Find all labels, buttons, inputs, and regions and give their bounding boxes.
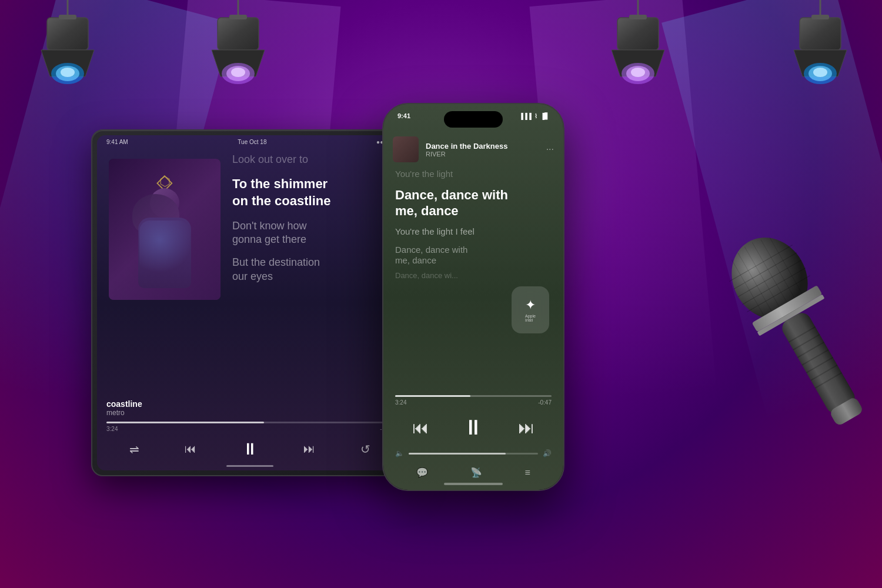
iphone-time-total: -0:47 [538, 399, 552, 406]
iphone-previous-button[interactable]: ⏮ [412, 418, 429, 437]
spotlight-fixture-4 [782, 0, 858, 102]
ipad-lyric-active: To the shimmeron the coastline [232, 176, 397, 209]
svg-rect-1 [47, 18, 88, 50]
repeat-button[interactable]: ↺ [360, 442, 370, 456]
iphone-song-title: Dance in the Darkness [426, 142, 539, 151]
volume-high-icon: 🔊 [543, 449, 552, 457]
svg-rect-42 [779, 309, 858, 416]
iphone-controls: ⏮ ⏸ ⏭ [395, 415, 552, 440]
ipad-date: Tue Oct 18 [238, 139, 266, 145]
iphone-lyric-5: Dance, dance wi... [395, 271, 552, 280]
svg-rect-22 [800, 18, 841, 50]
iphone-frame: 9:41 ▐▐▐ ⌇ ▐▋ Dance in the Darkness RIVE… [382, 103, 564, 491]
ipad-lyric-4: But the destinationour eyes [232, 256, 397, 283]
shuffle-button[interactable]: ⇌ [129, 442, 139, 456]
svg-point-26 [813, 68, 827, 77]
ai-label: AppleIntel [525, 314, 536, 322]
queue-button[interactable]: ≡ [525, 467, 530, 478]
iphone-progress-bar[interactable] [395, 395, 552, 397]
ipad-screen: 9:41 AM Tue Oct 18 ●●● ▶ ◇ ⬡ [97, 135, 403, 470]
svg-point-5 [61, 68, 75, 77]
iphone-lyric-active: Dance, dance withme, dance [395, 187, 552, 219]
iphone-volume-row: 🔈 🔊 [395, 449, 552, 457]
svg-rect-15 [617, 18, 659, 50]
svg-point-19 [631, 68, 645, 77]
iphone-play-pause-button[interactable]: ⏸ [463, 415, 484, 440]
iphone-more-button[interactable]: ··· [546, 144, 554, 155]
dynamic-island [444, 111, 503, 128]
svg-rect-6 [59, 15, 76, 19]
iphone-song-artist: RIVER [426, 151, 539, 158]
wifi-icon: ⌇ [534, 113, 537, 119]
ai-sparkle-icon: ✦ [525, 298, 536, 313]
svg-rect-20 [629, 15, 647, 19]
ipad-frame: 9:41 AM Tue Oct 18 ●●● ▶ ◇ ⬡ [91, 129, 409, 476]
spotlight-fixture-3 [600, 0, 676, 102]
battery-icon: ▐▋ [540, 113, 549, 119]
volume-low-icon: 🔈 [395, 449, 404, 457]
lyrics-button[interactable]: 💬 [416, 467, 428, 478]
iphone-player-section: 3:24 -0:47 ⏮ ⏸ ⏭ 🔈 🔊 💬 📡 [395, 395, 552, 478]
album-symbol-inner: ⬡ [159, 174, 171, 189]
ipad-controls: ⇌ ⏮ ⏸ ⏭ ↺ [106, 439, 393, 459]
spotlight-fixture-1 [29, 0, 106, 102]
ipad-progress-fill [106, 422, 264, 423]
ipad-container: 9:41 AM Tue Oct 18 ●●● ▶ ◇ ⬡ [91, 129, 409, 476]
airplay-button[interactable]: 📡 [470, 467, 482, 478]
signal-icon: ▐▐▐ [519, 113, 532, 119]
iphone-time-current: 3:24 [395, 399, 406, 406]
status-icons: ▐▐▐ ⌇ ▐▋ [519, 112, 549, 119]
svg-rect-27 [811, 15, 829, 19]
iphone-lyric-1: You're the light [395, 169, 552, 180]
ipad-time: 9:41 AM [106, 139, 128, 145]
ipad-home-indicator [226, 465, 273, 467]
microphone [706, 214, 882, 446]
iphone-time: 9:41 [397, 112, 410, 119]
iphone-lyric-4: Dance, dance withme, dance [395, 245, 552, 267]
iphone-container: 9:41 ▐▐▐ ⌇ ▐▋ Dance in the Darkness RIVE… [382, 103, 564, 491]
iphone-lyric-3: You're the light I feel [395, 226, 552, 238]
previous-button[interactable]: ⏮ [185, 442, 196, 456]
iphone-next-button[interactable]: ⏭ [518, 418, 534, 437]
ipad-song-title: coastline [106, 399, 142, 409]
iphone-home-indicator [444, 483, 503, 485]
play-pause-button[interactable]: ⏸ [242, 439, 258, 459]
ipad-song-artist: metro [106, 409, 142, 417]
iphone-bottom-controls: 💬 📡 ≡ [395, 467, 552, 478]
ipad-lyrics: Look out over to To the shimmeron the co… [232, 153, 397, 376]
volume-slider[interactable] [409, 453, 538, 455]
svg-rect-8 [218, 18, 259, 50]
spotlight-fixture-2 [200, 0, 276, 102]
iphone-song-info: Dance in the Darkness RIVER [426, 142, 539, 158]
svg-point-12 [231, 68, 245, 77]
iphone-progress-fill [395, 395, 470, 397]
iphone-album-art [393, 136, 419, 162]
ipad-time-current: 3:24 [106, 426, 118, 432]
iphone-now-playing-header: Dance in the Darkness RIVER ··· [393, 136, 554, 162]
ipad-progress-bar[interactable] [106, 422, 393, 423]
ipad-lyric-3: Don't know howgonna get there [232, 219, 397, 247]
ipad-lyric-1: Look out over to [232, 153, 397, 166]
svg-rect-13 [229, 15, 247, 19]
ipad-album-art: ◇ ⬡ [109, 159, 220, 300]
iphone-screen: 9:41 ▐▐▐ ⌇ ▐▋ Dance in the Darkness RIVE… [383, 104, 563, 490]
person-silhouette [126, 188, 203, 300]
next-button[interactable]: ⏭ [303, 442, 315, 456]
ai-suggestion-bubble[interactable]: ✦ AppleIntel [512, 286, 549, 333]
ipad-player: coastline metro ··· 3:24 -1:34 ⇌ ⏮ ⏸ ⏭ [106, 399, 393, 459]
volume-fill [409, 453, 506, 455]
ipad-status-bar: 9:41 AM Tue Oct 18 ●●● ▶ [97, 135, 403, 149]
